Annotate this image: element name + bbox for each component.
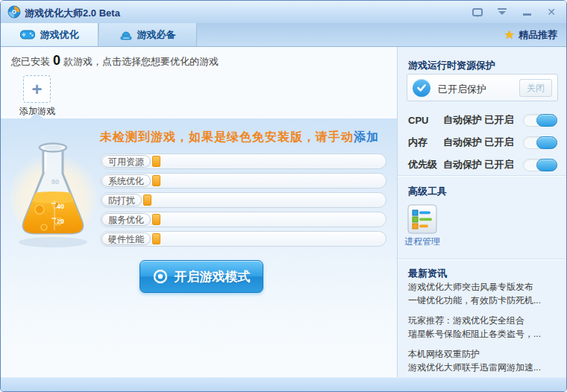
disc-icon	[120, 30, 132, 40]
protection-status-box: 已开启保护 关闭	[407, 74, 558, 101]
meter-label: 系统优化	[101, 174, 151, 187]
minimize-icon	[523, 13, 531, 16]
toggle-knob	[536, 136, 557, 149]
meter-hardware-performance: 硬件性能	[100, 231, 386, 247]
star-icon: ★	[504, 28, 515, 42]
close-icon: ✕	[547, 7, 556, 17]
notice-text: 未检测到游戏，如果是绿色免安装版，请手动	[100, 130, 354, 143]
premium-recommend-link[interactable]: ★ 精品推荐	[504, 23, 557, 46]
news-headline[interactable]: 游戏优化大师突击风暴专版发布	[408, 280, 560, 294]
meter-available-resources: 可用资源	[100, 154, 386, 169]
news-item: 玩家推荐：游戏优化安全组合 瑞星帐号保险柜阻止各类盗号，...	[408, 314, 560, 341]
cpu-protect-toggle[interactable]	[523, 114, 557, 127]
window-controls: ✕	[472, 1, 557, 23]
selection-notch	[30, 113, 43, 118]
installed-count: 0	[50, 53, 63, 68]
optimize-meters: 可用资源 系统优化 防打扰 服务优化 硬件性能	[100, 154, 386, 250]
memory-protect-row: 内存 自动保护 已开启	[408, 135, 557, 150]
tab-game-essentials[interactable]: 游戏必备	[99, 23, 197, 46]
tab-bar: 游戏优化 游戏必备 ★ 精品推荐	[1, 23, 566, 47]
meter-anti-disturb: 防打扰	[100, 192, 386, 208]
installed-suffix: 款游戏，点击选择您想要优化的游戏	[63, 56, 219, 67]
process-manager-button[interactable]	[407, 204, 437, 234]
protection-close-button[interactable]: 关闭	[519, 79, 552, 97]
app-window: 游戏优化大师2.0 Beta ✕ 游戏优化 游戏必备	[0, 0, 567, 392]
meter-fill	[152, 214, 160, 225]
process-manager-label[interactable]: 进程管理	[403, 235, 442, 248]
news-headline[interactable]: 玩家推荐：游戏优化安全组合	[408, 314, 560, 327]
toggle-knob	[536, 114, 557, 127]
news-item: 游戏优化大师突击风暴专版发布 一键优化功能，有效防卡防死机...	[408, 280, 560, 307]
meter-fill	[152, 156, 160, 167]
menu-button[interactable]	[496, 6, 508, 18]
gamepad-icon	[20, 30, 35, 39]
meter-service-optimize: 服务优化	[100, 212, 386, 227]
feedback-button[interactable]	[472, 6, 483, 18]
toggle-status: 自动保护 已开启	[443, 158, 523, 171]
svg-text:40: 40	[57, 203, 64, 210]
meter-label: 服务优化	[101, 213, 151, 226]
check-icon	[413, 79, 430, 97]
target-icon	[153, 269, 168, 284]
news-list: 游戏优化大师突击风暴专版发布 一键优化功能，有效防卡防死机... 玩家推荐：游戏…	[408, 280, 560, 381]
cpu-protect-row: CPU 自动保护 已开启	[408, 113, 557, 127]
meter-label: 硬件性能	[101, 233, 151, 245]
toggle-name: 优先级	[408, 158, 443, 171]
svg-text:20: 20	[57, 218, 64, 225]
title-bar: 游戏优化大师2.0 Beta ✕	[1, 1, 566, 23]
no-game-notice: 未检测到游戏，如果是绿色免安装版，请手动添加	[100, 130, 379, 145]
meter-label: 防打扰	[101, 194, 142, 206]
premium-label: 精品推荐	[519, 28, 557, 42]
priority-protect-row: 优先级 自动保护 已开启	[408, 157, 557, 172]
meter-fill	[152, 233, 160, 244]
chevron-down-icon	[498, 8, 507, 16]
installed-games-text: 您已安装0款游戏，点击选择您想要优化的游戏	[11, 53, 219, 69]
meter-fill	[143, 195, 151, 206]
close-button[interactable]: ✕	[545, 6, 557, 18]
main-panel: 您已安装0款游戏，点击选择您想要优化的游戏 + 添加游戏 未检测到游戏，如果是绿…	[1, 47, 397, 377]
tab-label: 游戏必备	[137, 28, 176, 42]
game-detect-area: 未检测到游戏，如果是绿色免安装版，请手动添加	[1, 118, 397, 377]
window-title: 游戏优化大师2.0 Beta	[25, 7, 120, 20]
meter-system-optimize: 系统优化	[100, 173, 386, 189]
minimize-button[interactable]	[521, 6, 533, 18]
plus-icon: +	[31, 82, 42, 97]
memory-protect-toggle[interactable]	[523, 136, 557, 149]
start-game-mode-button[interactable]: 开启游戏模式	[140, 260, 263, 293]
toggle-name: 内存	[408, 136, 443, 149]
advanced-tools-title: 高级工具	[408, 185, 447, 198]
app-logo-icon	[7, 5, 21, 19]
sidebar: 游戏运行时资源保护 已开启保护 关闭 CPU 自动保护 已开启 内存 自动保护 …	[397, 47, 566, 377]
flask-illustration: 40 20 80	[7, 138, 99, 251]
feedback-icon	[472, 8, 483, 16]
add-game-button[interactable]: +	[23, 75, 51, 103]
toggle-status: 自动保护 已开启	[443, 113, 523, 127]
svg-text:80: 80	[51, 178, 59, 186]
separator	[398, 175, 566, 176]
priority-protect-toggle[interactable]	[523, 159, 557, 171]
news-subline[interactable]: 游戏优化大师联手迅雷网游加速...	[408, 361, 560, 374]
toggle-knob	[536, 159, 557, 171]
add-game-link[interactable]: 添加	[354, 130, 379, 143]
news-headline[interactable]: 本机网络双重防护	[408, 347, 560, 361]
protection-status-text: 已开启保护	[438, 83, 486, 96]
toggle-name: CPU	[408, 115, 443, 126]
news-item: 本机网络双重防护 游戏优化大师联手迅雷网游加速...	[408, 347, 560, 374]
news-subline[interactable]: 瑞星帐号保险柜阻止各类盗号，...	[408, 327, 560, 341]
tab-game-optimize[interactable]: 游戏优化	[1, 23, 98, 46]
news-title: 最新资讯	[408, 267, 447, 280]
installed-prefix: 您已安装	[11, 56, 50, 67]
tab-label: 游戏优化	[40, 28, 79, 42]
separator	[398, 259, 566, 259]
meter-label: 可用资源	[101, 155, 151, 168]
news-subline[interactable]: 一键优化功能，有效防卡防死机...	[408, 294, 560, 307]
meter-fill	[152, 175, 160, 186]
start-button-label: 开启游戏模式	[175, 268, 251, 285]
protection-title: 游戏运行时资源保护	[408, 59, 495, 72]
bottom-status-strip	[1, 377, 566, 391]
toggle-status: 自动保护 已开启	[443, 136, 523, 149]
